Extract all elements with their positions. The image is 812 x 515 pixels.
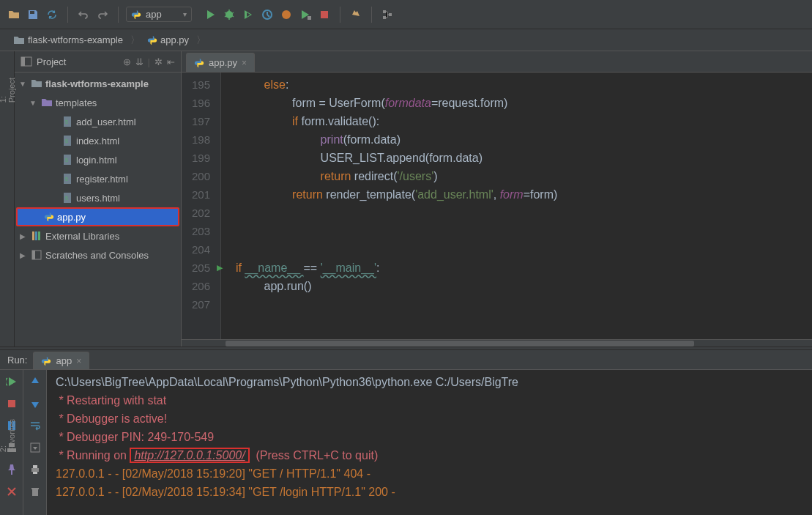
python-icon [41,356,51,366]
editor-hscrollbar[interactable] [182,339,812,347]
stop-icon[interactable] [316,7,332,23]
svg-text:5: 5 [65,138,68,144]
breadcrumb: flask-wtforms-example 〉 app.py 〉 [0,29,812,51]
open-file-icon[interactable] [6,7,22,23]
scroll-to-end-icon[interactable] [28,440,42,455]
svg-text:5: 5 [65,158,68,163]
html-file-icon: 5 [62,116,73,127]
library-icon [31,230,42,242]
console-output[interactable]: C:\Users\BigTree\AppData\Local\Programs\… [47,370,812,515]
svg-rect-26 [8,400,15,407]
svg-rect-34 [33,465,37,468]
svg-rect-37 [31,488,39,489]
save-icon[interactable] [25,7,41,23]
run-tab-app[interactable]: app × [33,352,89,369]
html-file-icon: 5 [62,154,73,166]
tree-label: templates [56,97,97,108]
project-header: Project ⊕ ⇊ | ✲ ⇤ [15,51,181,73]
attach-icon[interactable] [297,7,313,23]
project-title: Project [37,56,66,67]
svg-text:5: 5 [65,119,68,125]
sync-icon[interactable] [44,7,60,23]
editor-tab-app[interactable]: app.py × [186,53,255,72]
python-icon [194,58,204,68]
scratches-icon [31,249,42,261]
svg-rect-35 [33,472,37,474]
run-config-selector[interactable]: app [126,7,192,22]
tree-file[interactable]: 5register.html [15,169,181,188]
soft-wrap-icon[interactable] [28,418,42,433]
rerun-icon[interactable] [4,374,19,389]
html-file-icon: 5 [62,192,73,204]
tree-external-libs[interactable]: ▶ External Libraries [15,226,181,245]
tree-root[interactable]: ▼ flask-wtforms-example [15,74,181,93]
tree-file[interactable]: 5index.html [15,131,181,150]
svg-rect-4 [308,16,311,20]
target-icon[interactable]: ⊕ [123,56,131,67]
stop-run-icon[interactable] [4,396,19,411]
run-gutter-icon[interactable]: ▶ [217,259,223,277]
svg-point-1 [226,11,233,18]
concurrency-icon[interactable] [278,7,294,23]
python-icon [131,10,141,20]
python-icon [147,35,157,45]
svg-rect-7 [383,16,386,19]
code-editor[interactable]: 195196197198199200201202203204205206207 … [182,73,812,339]
arrow-down-icon: ▼ [18,80,28,88]
code-area[interactable]: else: form = UserForm(formdata=request.f… [221,73,812,339]
scroll-up-icon[interactable] [28,374,42,389]
scroll-down-icon[interactable] [28,396,42,411]
svg-rect-10 [21,57,25,66]
print-icon[interactable] [28,462,42,477]
collapse-all-icon[interactable]: ⇊ [135,56,144,67]
close-icon[interactable]: × [242,58,247,68]
tab-favorites[interactable]: 2: Favorites [0,415,18,456]
pin-icon[interactable] [4,462,19,477]
tree-file[interactable]: 5users.html [15,188,181,207]
profile-icon[interactable] [259,7,275,23]
coverage-icon[interactable] [240,7,256,23]
tree-label: users.html [76,193,120,204]
debug-icon[interactable] [221,7,237,23]
svg-text:5: 5 [65,177,68,182]
editor-panel: app.py × 1951961971981992002012022032042… [182,51,812,347]
project-tree: ▼ flask-wtforms-example ▼ templates 5add… [15,73,181,347]
svg-rect-36 [32,489,38,496]
svg-rect-6 [383,10,386,13]
vcs-icon[interactable] [348,7,364,23]
crumb-project[interactable]: flask-wtforms-example [9,33,127,48]
tab-project[interactable]: 1: Project [0,73,18,107]
tree-file[interactable]: 5add_user.html [15,112,181,131]
structure-icon[interactable] [379,7,395,23]
hide-icon[interactable]: ⇤ [167,56,175,67]
svg-rect-31 [11,470,12,475]
redo-icon[interactable] [94,7,111,23]
breadcrumb-sep-icon: 〉 [196,34,206,47]
undo-icon[interactable] [75,7,92,23]
run-label: Run: [7,355,27,369]
folder-icon [13,34,25,46]
server-url-link[interactable]: http://127.0.0.1:5000/ [130,448,249,463]
svg-rect-5 [321,11,328,18]
run-tool-column-right [23,370,47,515]
tree-label: app.py [57,212,86,223]
crumb-file[interactable]: app.py [143,33,193,47]
close-icon[interactable]: × [76,356,81,366]
python-icon [44,212,54,222]
main-toolbar: app [0,0,812,29]
run-tab-label: app [56,355,72,366]
tree-file-app[interactable]: app.py [16,207,179,226]
tree-file[interactable]: 5login.html [15,150,181,169]
tree-folder-templates[interactable]: ▼ templates [15,93,181,112]
svg-rect-33 [31,468,39,472]
tree-label: login.html [76,155,117,166]
tree-scratches[interactable]: ▶ Scratches and Consoles [15,245,181,264]
run-icon[interactable] [202,7,218,23]
run-header: Run: app × [0,350,812,370]
close-run-icon[interactable] [4,484,19,499]
arrow-down-icon: ▼ [28,99,38,107]
tree-label: Scratches and Consoles [45,250,149,261]
settings-icon[interactable]: ✲ [154,56,163,67]
breadcrumb-sep-icon: 〉 [130,34,140,47]
trash-icon[interactable] [28,484,42,499]
